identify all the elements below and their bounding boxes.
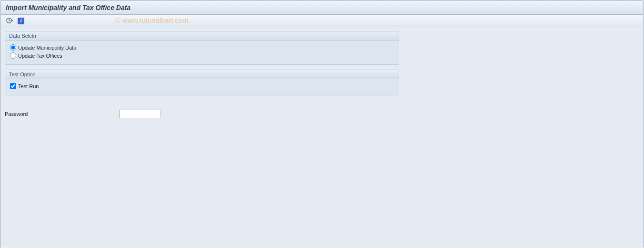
password-label: Password <box>5 111 119 117</box>
title-bar: Import Municipality and Tax Office Data <box>1 1 643 15</box>
checkbox-test-run[interactable]: Test Run <box>10 82 394 90</box>
group-test-option-body: Test Run <box>5 79 399 95</box>
password-input[interactable] <box>119 110 161 118</box>
radio-update-tax-offices-input[interactable] <box>10 52 16 59</box>
radio-update-tax-offices[interactable]: Update Tax Offices <box>10 52 394 60</box>
app-window: Import Municipality and Tax Office Data … <box>0 0 644 248</box>
page-title: Import Municipality and Tax Office Data <box>6 4 131 11</box>
execute-button[interactable] <box>5 17 14 25</box>
radio-update-municipality[interactable]: Update Municipality Data <box>10 43 394 52</box>
group-data-select-title: Data Selctn <box>5 31 399 41</box>
checkbox-test-run-label: Test Run <box>18 83 39 89</box>
group-test-option: Test Option Test Run <box>5 70 399 95</box>
checkbox-test-run-input[interactable] <box>10 83 16 89</box>
clock-execute-icon <box>6 17 13 25</box>
radio-update-municipality-input[interactable] <box>10 44 16 51</box>
content-area: Data Selctn Update Municipality Data Upd… <box>1 27 643 248</box>
svg-marker-3 <box>11 19 13 21</box>
radio-update-tax-offices-label: Update Tax Offices <box>18 53 62 59</box>
radio-update-municipality-label: Update Municipality Data <box>18 45 76 51</box>
group-test-option-title: Test Option <box>5 70 399 79</box>
info-button[interactable]: i <box>16 17 26 25</box>
info-icon: i <box>18 18 24 24</box>
watermark-text: © www.tutorialkart.com <box>115 16 189 24</box>
toolbar: i © www.tutorialkart.com <box>1 15 643 27</box>
password-input-wrap <box>119 110 161 118</box>
group-data-select-body: Update Municipality Data Update Tax Offi… <box>5 41 399 64</box>
field-password: Password <box>5 109 639 119</box>
group-data-select: Data Selctn Update Municipality Data Upd… <box>5 31 399 65</box>
